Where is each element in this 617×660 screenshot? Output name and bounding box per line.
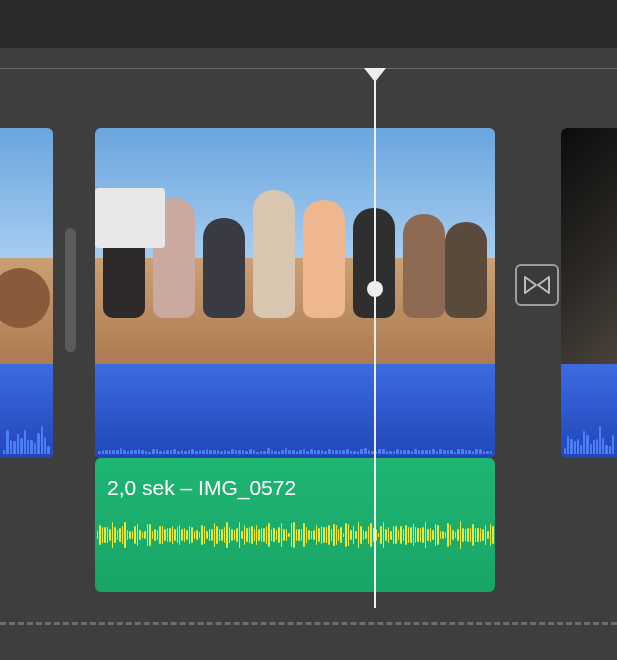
clip-thumbnail [95, 128, 495, 364]
toolbar-area [0, 0, 617, 48]
clip-video-strip [561, 364, 617, 458]
clip-thumbnail [0, 128, 53, 364]
playhead-marker-icon [364, 68, 386, 82]
vertical-scrollbar[interactable] [65, 228, 76, 352]
clip-audio-waveform [561, 422, 617, 454]
track-separator [0, 622, 617, 625]
ruler-divider [0, 68, 617, 69]
video-clip-selected[interactable] [95, 128, 495, 458]
cross-dissolve-icon [524, 274, 550, 296]
video-clip-next[interactable] [561, 128, 617, 458]
clip-video-strip [0, 364, 53, 458]
audio-clip-waveform [95, 516, 495, 554]
audio-clip-link-notch [95, 458, 103, 462]
clip-audio-waveform [95, 422, 495, 454]
audio-clip-label: 2,0 sek – IMG_0572 [107, 476, 296, 500]
timeline-area[interactable]: 2,0 sek – IMG_0572 [0, 0, 617, 660]
audio-clip[interactable]: 2,0 sek – IMG_0572 [95, 458, 495, 592]
transition-cross-dissolve-icon[interactable] [515, 264, 559, 306]
clip-video-strip [95, 364, 495, 458]
clip-audio-waveform [0, 422, 53, 454]
clip-thumbnail [561, 128, 617, 364]
playhead[interactable] [374, 68, 376, 608]
video-clip-prev[interactable] [0, 128, 53, 458]
playhead-handle-icon[interactable] [367, 281, 383, 297]
